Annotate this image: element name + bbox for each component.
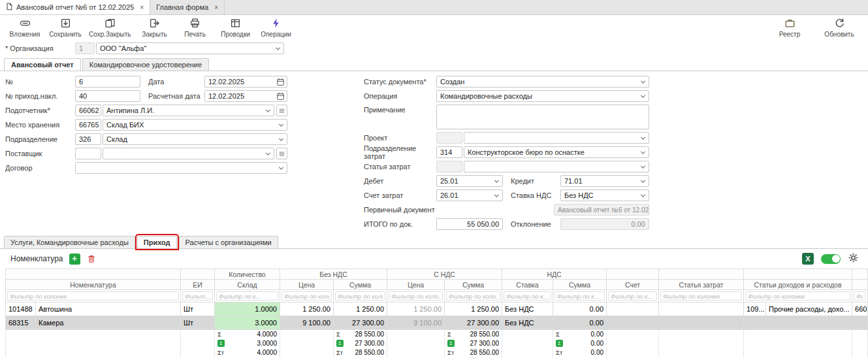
cell-price-no-vat[interactable]: 1 250.00 (280, 303, 334, 316)
project-code-field[interactable] (436, 132, 462, 144)
delete-row-button[interactable] (86, 254, 97, 265)
cell-qty[interactable]: 1.0000 (215, 303, 280, 316)
cost-department-code-field[interactable]: 314 (436, 146, 462, 158)
table-row-selected[interactable]: 68315 Камера Шт 3.0000 9 100.00 27 300.0… (6, 316, 868, 330)
col-header-ei[interactable]: ЕИ (181, 280, 215, 290)
col-header-rate[interactable]: Ставка (502, 280, 553, 290)
filter-input-nomenclature[interactable] (7, 291, 179, 301)
contract-select[interactable] (75, 162, 287, 174)
filter-input-price-no-vat[interactable] (281, 291, 332, 301)
filter-input-account[interactable] (608, 291, 657, 301)
supplier-select[interactable] (103, 148, 274, 159)
tab-prihod[interactable]: Приход (137, 236, 177, 248)
cell-code[interactable]: 101488 (6, 303, 36, 316)
operation-select[interactable]: Командировочные расходы (436, 90, 649, 102)
tab-komandirovochnoe[interactable]: Командировочное удостоверение (82, 58, 209, 71)
window-tab-main-form[interactable]: Главная форма × (150, 0, 225, 14)
cell-extra[interactable] (852, 316, 868, 330)
organization-select[interactable]: ООО "Альфа" (96, 42, 284, 54)
postings-button[interactable]: Проводки (216, 17, 255, 39)
tab-avansovy-otchet[interactable]: Авансовый отчет (4, 58, 81, 71)
lookup-list-button[interactable] (276, 105, 287, 116)
project-select[interactable] (464, 132, 649, 144)
col-header-cost-item[interactable]: Статья затрат (659, 280, 744, 290)
calendar-icon[interactable] (276, 92, 285, 102)
close-button[interactable]: Закрыть (135, 17, 174, 39)
attachments-button[interactable]: Вложения (5, 17, 44, 39)
save-button[interactable]: Сохранить (46, 17, 85, 39)
save-close-button[interactable]: Сохр.Закрыть (86, 17, 134, 39)
cost-account-select[interactable]: 26.01 (436, 189, 503, 201)
calendar-icon[interactable] (276, 78, 285, 88)
cell-account[interactable] (607, 303, 659, 316)
filter-input-sklad[interactable] (216, 291, 278, 301)
date-field[interactable]: 12.02.2025 (204, 76, 287, 88)
filter-input-extra[interactable] (854, 291, 866, 301)
credit-select[interactable]: 71.01 (560, 175, 649, 187)
filter-input-income[interactable] (745, 291, 850, 301)
lookup-list-button[interactable] (276, 148, 287, 159)
col-header-price-with-vat[interactable]: Цена (387, 280, 445, 290)
cell-vat-sum[interactable]: 0.00 (553, 316, 607, 330)
cost-department-select[interactable]: Конструкторское бюро по оснастке (464, 146, 649, 158)
add-row-button[interactable]: + (69, 254, 80, 265)
col-header-price-no-vat[interactable]: Цена (280, 280, 334, 290)
col-header-sklad[interactable]: Склад (215, 280, 280, 290)
cell-vat-rate[interactable]: Без НДС (502, 316, 553, 330)
cell-vat-sum[interactable]: 0.00 (553, 303, 607, 316)
refresh-button[interactable]: Обновить (820, 17, 859, 39)
filter-input-rate[interactable] (504, 291, 551, 301)
cell-code[interactable]: 68315 (6, 316, 36, 330)
cell-income-name[interactable]: Прочие расходы, дохо... (766, 303, 852, 316)
cell-name[interactable]: Камера (36, 316, 181, 330)
department-select[interactable]: Склад (103, 133, 287, 145)
print-button[interactable]: Печать (176, 17, 215, 39)
col-header-sum-with-vat[interactable]: Сумма (445, 280, 502, 290)
cell-price-no-vat[interactable]: 9 100.00 (280, 316, 334, 330)
cell-vat-rate[interactable]: Без НДС (502, 303, 553, 316)
filter-input-cost-item[interactable] (660, 291, 742, 301)
tab-uslugi[interactable]: Услуги, Командировочные расходы (4, 236, 135, 248)
calc-date-field[interactable]: 12.02.2025 (204, 90, 287, 102)
filter-input-price-with-vat[interactable] (389, 291, 443, 301)
status-select[interactable]: Создан (436, 76, 649, 88)
filter-input-ei[interactable] (182, 291, 213, 301)
close-icon[interactable]: × (140, 4, 144, 11)
col-header-income[interactable]: Статьи доходов и расходов (744, 280, 852, 290)
gear-icon[interactable] (848, 252, 859, 266)
filter-input-sum-no-vat[interactable] (335, 291, 385, 301)
operations-button[interactable]: Операции (257, 17, 296, 39)
excel-export-icon[interactable]: X (802, 253, 814, 265)
cell-cost-item[interactable] (659, 303, 744, 316)
note-textarea[interactable] (436, 105, 649, 129)
receipt-num-field[interactable]: 40 (75, 90, 140, 102)
col-header-vat-sum[interactable]: Сумма (553, 280, 607, 290)
supplier-code-field[interactable] (75, 148, 101, 159)
col-header-sum-no-vat[interactable]: Сумма (334, 280, 387, 290)
accountable-select[interactable]: Антипина Л.И. (103, 105, 274, 116)
cell-sum-with-vat[interactable]: 1 250.00 (445, 303, 502, 316)
cost-item-code-field[interactable] (436, 161, 462, 172)
close-icon[interactable]: × (214, 4, 218, 11)
vat-rate-select[interactable]: Без НДС (560, 189, 649, 201)
filter-input-vat-sum[interactable] (555, 291, 605, 301)
debit-select[interactable]: 25.01 (436, 175, 503, 187)
tab-raschety[interactable]: Расчеты с организациями (179, 236, 278, 248)
cell-ei[interactable]: Шт (181, 303, 215, 316)
cell-price-with-vat[interactable]: 1 250.00 (387, 303, 445, 316)
registry-button[interactable]: Реестр (770, 17, 809, 39)
accountable-code-field[interactable]: 66062 (75, 105, 101, 116)
cell-name[interactable]: Автошина (36, 303, 181, 316)
cell-cost-item[interactable] (659, 316, 744, 330)
cell-income-code[interactable]: 109... (744, 303, 766, 316)
col-header-nomenclature[interactable]: Номенклатура (6, 280, 181, 290)
cell-sum-no-vat[interactable]: 27 300.00 (334, 316, 387, 330)
cell-income-name[interactable] (766, 316, 852, 330)
window-tab-document[interactable]: Авансовый отчет №6 от 12.02.2025 × (0, 0, 150, 14)
total-field[interactable]: 55 050.00 (436, 218, 503, 230)
cell-sum-no-vat[interactable]: 1 250.00 (334, 303, 387, 316)
num-field[interactable]: 6 (75, 76, 140, 88)
table-row[interactable]: 101488 Автошина Шт 1.0000 1 250.00 1 250… (6, 303, 868, 316)
cell-ei[interactable]: Шт (181, 316, 215, 330)
storage-select[interactable]: Склад БИХ (103, 119, 287, 131)
